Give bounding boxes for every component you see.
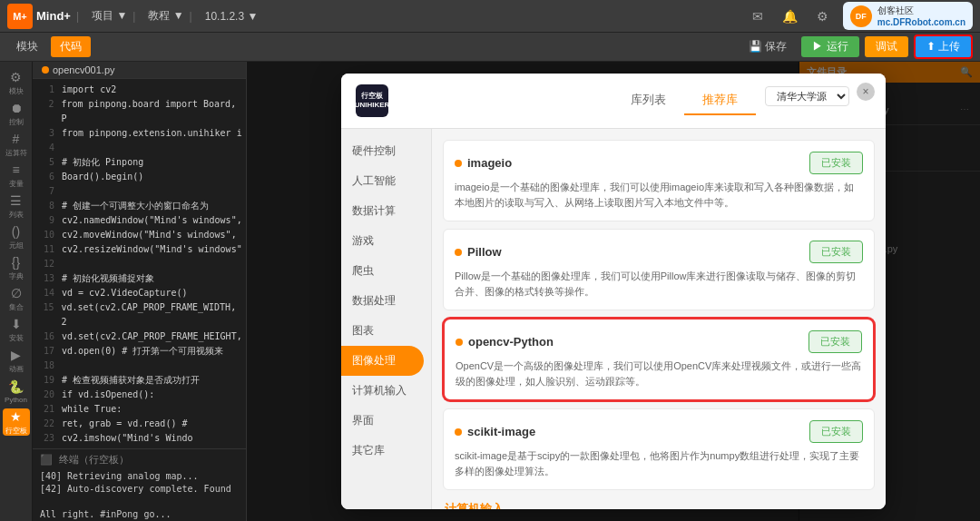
- nav-other[interactable]: 其它库: [341, 436, 431, 466]
- installed-button[interactable]: 已安装: [808, 330, 862, 353]
- tab-code[interactable]: 代码: [51, 36, 91, 57]
- line-content: from pinpong.extension.unihiker i: [62, 126, 242, 141]
- code-line: 11cv2.resizeWindow("Mind's windows": [33, 242, 246, 257]
- nav-image-process[interactable]: 图像处理: [341, 346, 424, 376]
- line-number: 6: [36, 170, 54, 184]
- line-content: # 初始化 Pinpong: [62, 155, 143, 170]
- settings-icon-btn[interactable]: ⚙: [810, 4, 836, 29]
- line-number: 5: [36, 155, 54, 170]
- code-line: 19# 检查视频捕获对象是否成功打开: [33, 373, 246, 388]
- library-item-opencvpython: opencv-Python 已安装 OpenCV是一个高级的图像处理库，我们可以…: [443, 318, 875, 401]
- line-content: Board().begin(): [62, 170, 143, 184]
- lib-description: Pillow是一个基础的图像处理库，我们可以使用Pillow库来进行图像读取与储…: [455, 269, 863, 299]
- main-area: ⚙模块 ⏺控制 #运算符 ≡变量 ☰列表 ()元组 {}字典 ∅集合 ⬇安装 ▶…: [0, 62, 980, 521]
- nav-game[interactable]: 游戏: [341, 226, 431, 256]
- logo-icon: M+: [7, 4, 33, 29]
- installed-button[interactable]: 已安装: [809, 420, 863, 443]
- nav-project[interactable]: 项目 ▼: [92, 8, 127, 24]
- nav-data-calc[interactable]: 数据计算: [341, 196, 431, 226]
- code-line: 12: [33, 257, 246, 271]
- nav-spider[interactable]: 爬虫: [341, 256, 431, 286]
- sidebar-item-list[interactable]: ☰列表: [3, 192, 30, 220]
- line-number: 9: [36, 213, 54, 228]
- line-content: import cv2: [62, 83, 116, 97]
- lib-header: scikit-image 已安装: [455, 420, 863, 443]
- sidebar-item-variables[interactable]: ≡变量: [3, 162, 30, 189]
- nav-ui[interactable]: 界面: [341, 406, 431, 436]
- installed-button[interactable]: 已安装: [809, 241, 863, 263]
- file-tab[interactable]: opencv001.py: [33, 62, 246, 79]
- nav-tutorial[interactable]: 教程 ▼: [148, 8, 183, 24]
- line-number: 15: [36, 300, 54, 329]
- save-button[interactable]: 💾 保存: [740, 36, 796, 57]
- lib-header: opencv-Python 已安装: [456, 330, 862, 353]
- code-line: 15vd.set(cv2.CAP_PROP_FRAME_WIDTH, 2: [33, 300, 246, 329]
- line-content: # 创建一个可调整大小的窗口命名为: [62, 199, 209, 213]
- bell-icon-btn[interactable]: 🔔: [778, 4, 803, 29]
- code-line: 8# 创建一个可调整大小的窗口命名为: [33, 199, 246, 213]
- community-info: 创客社区 mc.DFRobot.com.cn: [877, 5, 965, 27]
- line-content: ret, grab = vd.read() #: [62, 417, 187, 431]
- community-section: DF 创客社区 mc.DFRobot.com.cn: [843, 2, 973, 30]
- modal-content-area: imageio 已安装 imageio是一个基础的图像处理库，我们可以使用ima…: [432, 129, 886, 509]
- line-number: 16: [36, 329, 54, 344]
- lib-description: OpenCV是一个高级的图像处理库，我们可以使用OpenCV库来处理视频文件，或…: [456, 359, 862, 388]
- lib-dot: [456, 339, 463, 346]
- community-domain: mc.DFRobot.com.cn: [877, 17, 965, 27]
- terminal-line: [42] Auto-discovery complete. Found: [40, 483, 239, 496]
- modal-overlay[interactable]: 行空板UNIHIKER 库列表 推荐库 PIP模式 清华大学源 ×: [247, 62, 980, 521]
- sidebar-item-operators[interactable]: #运算符: [3, 131, 30, 158]
- sidebar-item-animation[interactable]: ▶动画: [3, 347, 30, 374]
- source-select[interactable]: 清华大学源: [765, 86, 849, 106]
- code-line: 14vd = cv2.VideoCapture(): [33, 286, 246, 300]
- sidebar-item-module[interactable]: ⚙模块: [3, 69, 30, 96]
- sidebar-item-dict[interactable]: {}字典: [3, 254, 30, 281]
- run-button[interactable]: ▶ 运行: [801, 36, 858, 57]
- nav-chart[interactable]: 图表: [341, 316, 431, 346]
- lib-name: scikit-image: [455, 425, 535, 438]
- tab-library-list[interactable]: 库列表: [612, 86, 684, 115]
- lib-dot: [455, 428, 462, 436]
- code-line: 9cv2.namedWindow("Mind's windows",: [33, 213, 246, 228]
- library-item-imageio: imageio 已安装 imageio是一个基础的图像处理库，我们可以使用ima…: [443, 140, 875, 221]
- nav-version[interactable]: 10.1.2.3 ▼: [205, 10, 259, 23]
- line-number: 14: [36, 286, 54, 300]
- email-icon-btn[interactable]: ✉: [745, 4, 770, 29]
- sidebar-item-control[interactable]: ⏺控制: [3, 100, 30, 127]
- tab-recommended[interactable]: 推荐库: [684, 86, 756, 115]
- nav-computer-input[interactable]: 计算机输入: [341, 376, 431, 406]
- modal-close-button[interactable]: ×: [857, 83, 875, 101]
- nav-data-process[interactable]: 数据处理: [341, 286, 431, 316]
- debug-button[interactable]: 调试: [865, 36, 908, 57]
- upload-button[interactable]: ⬆ 上传: [914, 34, 973, 59]
- terminal-line: [40] Retrieving analog map...: [40, 470, 239, 483]
- line-number: 13: [36, 271, 54, 286]
- installed-button[interactable]: 已安装: [809, 152, 863, 174]
- lib-dot: [455, 249, 462, 256]
- lib-dot: [455, 160, 462, 167]
- line-content: cv2.moveWindow("Mind's windows",: [62, 228, 237, 242]
- sidebar-item-install[interactable]: ⬇安装: [3, 316, 30, 343]
- separator2: |: [132, 10, 135, 23]
- nav-ai[interactable]: 人工智能: [341, 166, 431, 196]
- sidebar-item-tuple[interactable]: ()元组: [3, 223, 30, 251]
- lib-header: imageio 已安装: [455, 152, 863, 174]
- line-content: cv2.namedWindow("Mind's windows",: [62, 213, 242, 228]
- sidebar-item-set[interactable]: ∅集合: [3, 285, 30, 312]
- sidebar-item-python[interactable]: 🐍Python: [3, 378, 30, 405]
- lib-name: Pillow: [455, 245, 502, 259]
- lib-description: scikit-image是基于scipy的一款图像处理包，他将图片作为numpy…: [455, 448, 863, 478]
- nav-hardware[interactable]: 硬件控制: [341, 136, 431, 166]
- code-line: 22 ret, grab = vd.read() #: [33, 417, 246, 431]
- line-number: 18: [36, 359, 54, 373]
- library-modal: 行空板UNIHIKER 库列表 推荐库 PIP模式 清华大学源 ×: [341, 74, 886, 509]
- sidebar-item-unihiker[interactable]: ★行空板: [3, 408, 30, 436]
- terminal-panel: ⬛ 终端（行空板） [40] Retrieving analog map...[…: [33, 448, 246, 521]
- code-editor[interactable]: 1import cv22from pinpong.board import Bo…: [33, 79, 246, 448]
- code-line: 17vd.open(0) # 打开第一个可用视频来: [33, 344, 246, 359]
- line-content: vd.open(0) # 打开第一个可用视频来: [62, 344, 223, 359]
- line-number: 7: [36, 184, 54, 199]
- modal-nav: 硬件控制 人工智能 数据计算 游戏 爬虫 数据处理 图表 图像处理 计算机输入 …: [341, 129, 432, 509]
- line-content: vd = cv2.VideoCapture(): [62, 286, 187, 300]
- tab-module[interactable]: 模块: [7, 36, 47, 57]
